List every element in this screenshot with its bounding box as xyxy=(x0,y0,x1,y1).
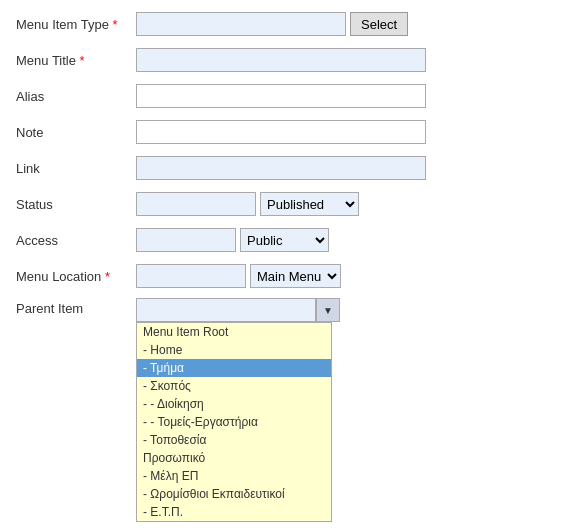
alias-input[interactable]: test_all xyxy=(136,84,426,108)
label-text: Status xyxy=(16,197,53,212)
menu-location-field: Main Menu Main Menu xyxy=(136,264,557,288)
access-label: Access xyxy=(16,233,136,248)
label-text: Parent Item xyxy=(16,301,83,316)
dropdown-list-item[interactable]: Προσωπικό xyxy=(137,449,331,467)
dropdown-list-item[interactable]: - Τμήμα xyxy=(137,359,331,377)
required-marker: * xyxy=(80,53,85,68)
parent-item-row: Parent Item Menu Item Root ▼ Menu Item R… xyxy=(16,298,557,326)
dropdown-list-item[interactable]: - Τεχνικοί Εργαστηρίων xyxy=(137,521,331,522)
menu-location-input: Main Menu xyxy=(136,264,246,288)
parent-item-label: Parent Item xyxy=(16,298,136,316)
parent-item-input[interactable]: Menu Item Root xyxy=(136,298,316,322)
menu-title-row: Menu Title * Test 1 xyxy=(16,46,557,74)
menu-item-type-input[interactable]: Single Article xyxy=(136,12,346,36)
link-field: index.php?option=com_content&view=articl… xyxy=(136,156,557,180)
label-text: Alias xyxy=(16,89,44,104)
alias-label: Alias xyxy=(16,89,136,104)
menu-location-dropdown[interactable]: Main Menu xyxy=(250,264,341,288)
access-input: Public xyxy=(136,228,236,252)
required-marker: * xyxy=(113,17,118,32)
menu-title-input[interactable]: Test 1 xyxy=(136,48,426,72)
link-label: Link xyxy=(16,161,136,176)
status-row: Status Published Published Unpublished xyxy=(16,190,557,218)
menu-title-field: Test 1 xyxy=(136,48,557,72)
dropdown-list-item[interactable]: - - Τομείς-Εργαστήρια xyxy=(137,413,331,431)
menu-title-label: Menu Title * xyxy=(16,53,136,68)
dropdown-list-item[interactable]: Menu Item Root xyxy=(137,323,331,341)
menu-item-type-field: Single Article Select xyxy=(136,12,557,36)
parent-item-dropdown-list: Menu Item Root- Home- Τμήμα- Σκοπός- - Δ… xyxy=(136,322,332,522)
note-input[interactable] xyxy=(136,120,426,144)
link-row: Link index.php?option=com_content&view=a… xyxy=(16,154,557,182)
dropdown-list-item[interactable]: - Ε.Τ.Π. xyxy=(137,503,331,521)
access-field: Public Public Registered Special xyxy=(136,228,557,252)
label-text: Menu Title xyxy=(16,53,76,68)
status-label: Status xyxy=(16,197,136,212)
menu-location-label: Menu Location * xyxy=(16,269,136,284)
status-input: Published xyxy=(136,192,256,216)
access-row: Access Public Public Registered Special xyxy=(16,226,557,254)
menu-item-type-label: Menu Item Type * xyxy=(16,17,136,32)
dropdown-list-item[interactable]: - - Διοίκηση xyxy=(137,395,331,413)
select-button[interactable]: Select xyxy=(350,12,408,36)
form-container: Menu Item Type * Single Article Select M… xyxy=(0,0,573,530)
parent-item-dropdown-arrow[interactable]: ▼ xyxy=(316,298,340,322)
note-label: Note xyxy=(16,125,136,140)
status-dropdown[interactable]: Published Unpublished xyxy=(260,192,359,216)
dropdown-list-item[interactable]: - Μέλη ΕΠ xyxy=(137,467,331,485)
menu-location-row: Menu Location * Main Menu Main Menu xyxy=(16,262,557,290)
access-dropdown[interactable]: Public Registered Special xyxy=(240,228,329,252)
parent-item-field: Menu Item Root ▼ Menu Item Root- Home- Τ… xyxy=(136,298,557,322)
label-text: Menu Item Type xyxy=(16,17,109,32)
note-row: Note xyxy=(16,118,557,146)
label-text: Menu Location xyxy=(16,269,101,284)
dropdown-list-item[interactable]: - Home xyxy=(137,341,331,359)
dropdown-list-item[interactable]: - Τοποθεσία xyxy=(137,431,331,449)
alias-row: Alias test_all xyxy=(16,82,557,110)
label-text: Access xyxy=(16,233,58,248)
label-text: Link xyxy=(16,161,40,176)
required-marker: * xyxy=(105,269,110,284)
status-field: Published Published Unpublished xyxy=(136,192,557,216)
label-text: Note xyxy=(16,125,43,140)
dropdown-list-item[interactable]: - Ωρομίσθιοι Εκπαιδευτικοί xyxy=(137,485,331,503)
dropdown-list-item[interactable]: - Σκοπός xyxy=(137,377,331,395)
note-field xyxy=(136,120,557,144)
parent-item-input-row: Menu Item Root ▼ xyxy=(136,298,557,322)
menu-item-type-row: Menu Item Type * Single Article Select xyxy=(16,10,557,38)
link-input[interactable]: index.php?option=com_content&view=articl… xyxy=(136,156,426,180)
alias-field: test_all xyxy=(136,84,557,108)
